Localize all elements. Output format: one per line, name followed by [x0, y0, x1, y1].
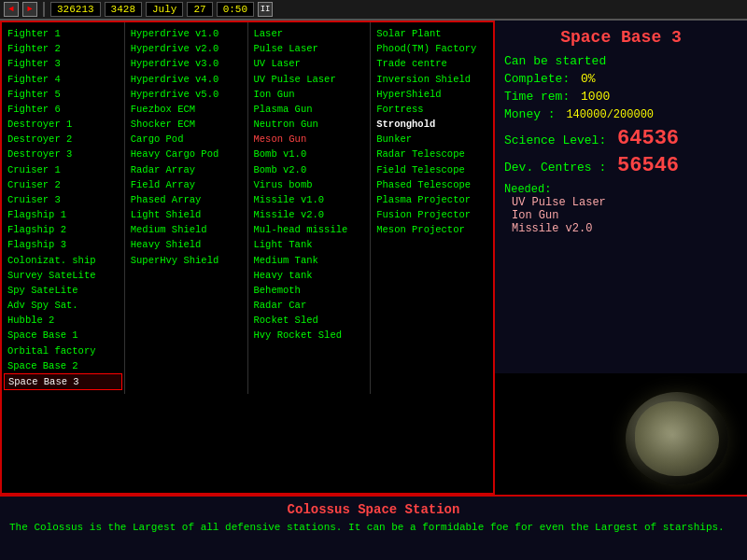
unit-item[interactable]: Fusion Projector: [373, 207, 491, 222]
unit-item[interactable]: UV Laser: [250, 56, 369, 71]
unit-item[interactable]: Flagship 2: [4, 222, 122, 237]
unit-item[interactable]: Missile v2.0: [250, 207, 369, 222]
science-label: Science Level:: [504, 133, 606, 147]
unit-item[interactable]: Field Telescope: [373, 162, 491, 177]
unit-item[interactable]: Phased Array: [127, 192, 246, 207]
unit-item[interactable]: HyperShield: [373, 87, 491, 102]
unit-item[interactable]: Hubble 2: [4, 313, 122, 328]
unit-item[interactable]: Heavy Cargo Pod: [127, 147, 246, 161]
unit-item[interactable]: Medium Shield: [127, 222, 246, 237]
unit-item[interactable]: Ion Gun: [250, 87, 369, 102]
day-display: 27: [187, 2, 212, 17]
unit-item[interactable]: Heavy Shield: [127, 237, 246, 252]
arrow-left-btn[interactable]: ◄: [4, 2, 19, 17]
unit-item[interactable]: Neutron Gun: [250, 117, 369, 132]
unit-item[interactable]: Flagship 1: [4, 207, 122, 222]
unit-item[interactable]: Inversion Shield: [373, 72, 491, 87]
unit-item[interactable]: Trade centre: [373, 56, 491, 71]
unit-item[interactable]: Space Base 1: [4, 328, 122, 343]
unit-item[interactable]: SuperHvy Shield: [127, 253, 246, 268]
unit-item[interactable]: Shocker ECM: [127, 117, 246, 132]
unit-item[interactable]: Fighter 6: [4, 102, 122, 117]
unit-item[interactable]: Hyperdrive v1.0: [127, 26, 246, 41]
unit-item[interactable]: Hyperdrive v5.0: [127, 87, 246, 102]
unit-item[interactable]: Destroyer 2: [4, 132, 122, 147]
unit-item[interactable]: Cruiser 2: [4, 177, 122, 192]
unit-item[interactable]: Meson Projector: [373, 222, 491, 237]
unit-item[interactable]: Meson Gun: [250, 132, 369, 147]
unit-item[interactable]: Phood(TM) Factory: [373, 41, 491, 56]
needed-items: UV Pulse LaserIon GunMissile v2.0: [504, 196, 738, 235]
unit-item[interactable]: Hyperdrive v2.0: [127, 41, 246, 56]
unit-item[interactable]: Fighter 3: [4, 56, 122, 71]
unit-item[interactable]: Space Base 3: [4, 373, 122, 390]
unit-item[interactable]: Adv Spy Sat.: [4, 298, 122, 313]
unit-item[interactable]: Pulse Laser: [250, 41, 369, 56]
unit-item[interactable]: Missile v1.0: [250, 192, 369, 207]
unit-item[interactable]: Orbital factory: [4, 343, 122, 358]
unit-item[interactable]: Rocket Sled: [250, 313, 369, 328]
unit-item[interactable]: Mul-head missile: [250, 222, 369, 237]
time-rem-label: Time rem:: [504, 90, 570, 104]
unit-item[interactable]: Cruiser 1: [4, 162, 122, 177]
unit-item[interactable]: Radar Telescope: [373, 147, 491, 161]
pause-btn[interactable]: II: [258, 2, 273, 17]
time-display: 0:50: [217, 2, 254, 17]
unit-item[interactable]: Hyperdrive v3.0: [127, 56, 246, 71]
topbar: ◄ ► 326213 3428 July 27 0:50 II: [0, 0, 747, 21]
unit-item[interactable]: Bunker: [373, 132, 491, 147]
unit-item[interactable]: Destroyer 1: [4, 117, 122, 132]
unit-item[interactable]: Space Base 2: [4, 358, 122, 373]
unit-item[interactable]: Behemoth: [250, 283, 369, 298]
unit-item[interactable]: Fighter 4: [4, 72, 122, 87]
unit-item[interactable]: Fighter 1: [4, 26, 122, 41]
unit-item[interactable]: Radar Car: [250, 298, 369, 313]
unit-column-2: Hyperdrive v1.0Hyperdrive v2.0Hyperdrive…: [125, 22, 248, 394]
unit-item[interactable]: Virus bomb: [250, 177, 369, 192]
unit-item[interactable]: Hyperdrive v4.0: [127, 72, 246, 87]
unit-item[interactable]: Plasma Projector: [373, 192, 491, 207]
arrow-right-btn[interactable]: ►: [22, 2, 37, 17]
research-display: 3428: [105, 2, 142, 17]
dev-label: Dev. Centres :: [504, 161, 606, 175]
needed-item: Missile v2.0: [512, 222, 738, 235]
unit-item[interactable]: Fuezbox ECM: [127, 102, 246, 117]
unit-item[interactable]: Destroyer 3: [4, 147, 122, 161]
unit-item[interactable]: Plasma Gun: [250, 102, 369, 117]
unit-item[interactable]: Fighter 2: [4, 41, 122, 56]
unit-item[interactable]: [373, 254, 491, 256]
unit-item[interactable]: UV Pulse Laser: [250, 72, 369, 87]
unit-item[interactable]: Flagship 3: [4, 237, 122, 252]
money-display: 326213: [50, 2, 101, 17]
info-section: Space Base 3 Can be started Complete: 0%…: [495, 21, 747, 373]
unit-column-4: Solar PlantPhood(TM) FactoryTrade centre…: [371, 22, 493, 394]
can-be-started-row: Can be started: [504, 54, 738, 68]
unit-item[interactable]: [127, 281, 246, 283]
unit-item[interactable]: Fighter 5: [4, 87, 122, 102]
unit-item[interactable]: Phased Telescope: [373, 177, 491, 192]
unit-item[interactable]: Light Shield: [127, 207, 246, 222]
unit-item[interactable]: Cargo Pod: [127, 132, 246, 147]
unit-item[interactable]: Hvy Rocket Sled: [250, 328, 369, 343]
unit-item[interactable]: Bomb v1.0: [250, 147, 369, 161]
unit-item[interactable]: Medium Tank: [250, 253, 369, 268]
unit-item[interactable]: Spy SateLite: [4, 283, 122, 298]
unit-item[interactable]: Stronghold: [373, 117, 491, 132]
unit-column-3: LaserPulse LaserUV LaserUV Pulse LaserIo…: [248, 22, 372, 394]
unit-item[interactable]: Colonizat. ship: [4, 253, 122, 268]
unit-item[interactable]: [250, 347, 369, 349]
unit-item[interactable]: Heavy tank: [250, 268, 369, 283]
unit-item[interactable]: Field Array: [127, 177, 246, 192]
unit-item[interactable]: Solar Plant: [373, 26, 491, 41]
unit-item[interactable]: Bomb v2.0: [250, 162, 369, 177]
unit-item[interactable]: Cruiser 3: [4, 192, 122, 207]
unit-item[interactable]: Light Tank: [250, 237, 369, 252]
unit-item[interactable]: Fortress: [373, 102, 491, 117]
unit-item[interactable]: Survey SateLite: [4, 268, 122, 283]
unit-item[interactable]: Radar Array: [127, 162, 246, 177]
unit-item[interactable]: Laser: [250, 26, 369, 41]
info-title: Space Base 3: [504, 28, 738, 47]
month-display: July: [146, 2, 183, 17]
unit-list-panel: Fighter 1Fighter 2Fighter 3Fighter 4Figh…: [0, 21, 495, 495]
dev-value: 56546: [617, 154, 679, 177]
